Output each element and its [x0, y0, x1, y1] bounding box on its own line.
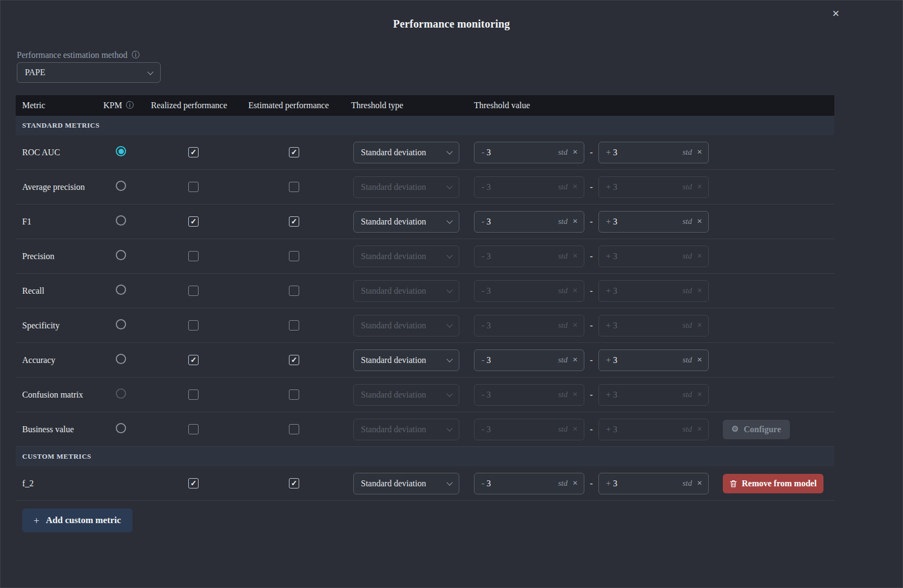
kpm-radio[interactable]: [116, 181, 126, 191]
threshold-upper-input[interactable]: + 3 std ✕: [598, 176, 709, 198]
threshold-type-select[interactable]: Standard deviation: [353, 246, 459, 267]
kpm-radio[interactable]: [116, 354, 126, 364]
estimated-checkbox[interactable]: [289, 320, 299, 331]
realized-checkbox[interactable]: ✓: [188, 355, 199, 365]
clear-icon[interactable]: ✕: [572, 391, 578, 399]
clear-icon[interactable]: ✕: [697, 321, 702, 329]
clear-icon[interactable]: ✕: [697, 479, 702, 487]
threshold-upper-input[interactable]: + 3 std ✕: [598, 246, 709, 267]
realized-checkbox[interactable]: [188, 286, 199, 296]
range-separator: -: [589, 390, 594, 400]
estimated-checkbox[interactable]: ✓: [289, 478, 299, 488]
estimated-checkbox[interactable]: ✓: [289, 216, 299, 227]
threshold-lower-input[interactable]: - 3 std ✕: [474, 280, 584, 302]
threshold-upper-input[interactable]: + 3 std ✕: [598, 473, 709, 494]
add-custom-metric-button[interactable]: + Add custom metric: [22, 508, 133, 532]
check-icon: ✓: [190, 480, 197, 487]
realized-checkbox[interactable]: [188, 389, 199, 400]
clear-icon[interactable]: ✕: [572, 148, 578, 156]
clear-icon[interactable]: ✕: [572, 183, 578, 191]
clear-icon[interactable]: ✕: [572, 287, 578, 295]
configure-button[interactable]: ⚙ Configure: [723, 420, 790, 439]
estimated-cell: ✓: [248, 147, 351, 157]
clear-icon[interactable]: ✕: [697, 425, 702, 433]
clear-icon[interactable]: ✕: [572, 356, 578, 364]
realized-checkbox[interactable]: [188, 320, 199, 331]
estimated-checkbox[interactable]: [289, 286, 299, 296]
threshold-type-select[interactable]: Standard deviation: [353, 419, 459, 440]
threshold-type-value: Standard deviation: [361, 217, 447, 227]
threshold-upper-input[interactable]: + 3 std ✕: [598, 349, 709, 371]
threshold-lower-input[interactable]: - 3 std ✕: [474, 473, 584, 494]
clear-icon[interactable]: ✕: [697, 356, 702, 364]
estimation-method-select[interactable]: PAPE: [17, 62, 161, 83]
threshold-lower-input[interactable]: - 3 std ✕: [474, 419, 584, 440]
clear-icon[interactable]: ✕: [572, 217, 578, 226]
threshold-upper-input[interactable]: + 3 std ✕: [598, 142, 709, 163]
estimated-checkbox[interactable]: [289, 182, 299, 192]
clear-icon[interactable]: ✕: [697, 148, 702, 156]
clear-icon[interactable]: ✕: [697, 391, 702, 399]
kpm-cell: [103, 181, 151, 193]
threshold-lower-input[interactable]: - 3 std ✕: [474, 349, 584, 371]
info-icon[interactable]: ⓘ: [131, 50, 139, 60]
threshold-type-select[interactable]: Standard deviation: [353, 280, 459, 302]
kpm-radio[interactable]: [116, 250, 126, 260]
threshold-lower-input[interactable]: - 3 std ✕: [474, 384, 584, 406]
threshold-type-select[interactable]: Standard deviation: [353, 473, 459, 494]
threshold-lower-input[interactable]: - 3 std ✕: [474, 315, 584, 336]
clear-icon[interactable]: ✕: [697, 287, 702, 295]
threshold-lower-input[interactable]: - 3 std ✕: [474, 246, 584, 267]
realized-checkbox[interactable]: ✓: [188, 216, 199, 227]
threshold-type-select[interactable]: Standard deviation: [353, 315, 459, 336]
threshold-lower-input[interactable]: - 3 std ✕: [474, 142, 584, 163]
realized-checkbox[interactable]: ✓: [188, 147, 199, 157]
kpm-radio[interactable]: [116, 423, 126, 433]
check-icon: ✓: [190, 149, 197, 156]
threshold-upper-input[interactable]: + 3 std ✕: [598, 315, 709, 336]
clear-icon[interactable]: ✕: [697, 183, 702, 191]
estimated-checkbox[interactable]: [289, 389, 299, 400]
clear-icon[interactable]: ✕: [697, 252, 702, 260]
clear-icon[interactable]: ✕: [572, 252, 578, 260]
kpm-radio[interactable]: [116, 285, 126, 295]
threshold-upper-input[interactable]: + 3 std ✕: [598, 419, 709, 440]
realized-checkbox[interactable]: [188, 182, 199, 192]
clear-icon[interactable]: ✕: [572, 425, 578, 433]
threshold-upper-input[interactable]: + 3 std ✕: [598, 384, 709, 406]
metric-label: F1: [22, 217, 31, 226]
estimated-checkbox[interactable]: ✓: [289, 147, 299, 157]
upper-threshold-value: 3: [613, 286, 617, 296]
threshold-lower-input[interactable]: - 3 std ✕: [474, 176, 584, 198]
kpm-radio[interactable]: [116, 319, 126, 329]
realized-checkbox[interactable]: [188, 424, 199, 434]
threshold-upper-input[interactable]: + 3 std ✕: [598, 280, 709, 302]
remove-from-model-button[interactable]: Remove from model: [723, 474, 823, 493]
clear-icon[interactable]: ✕: [697, 217, 702, 226]
realized-checkbox[interactable]: ✓: [188, 478, 199, 488]
threshold-value-cell: - 3 std ✕ - + 3 std ✕: [474, 176, 715, 198]
header-kpm: KPM ⓘ: [103, 101, 151, 110]
realized-checkbox[interactable]: [188, 251, 199, 261]
unit-label: std: [682, 286, 692, 295]
threshold-type-select[interactable]: Standard deviation: [353, 211, 459, 233]
threshold-type-select[interactable]: Standard deviation: [353, 176, 459, 198]
threshold-type-select[interactable]: Standard deviation: [353, 349, 459, 371]
kpm-cell: [103, 250, 151, 262]
clear-icon[interactable]: ✕: [572, 479, 578, 487]
estimated-checkbox[interactable]: ✓: [289, 355, 299, 365]
threshold-type-select[interactable]: Standard deviation: [353, 384, 459, 406]
clear-icon[interactable]: ✕: [572, 321, 578, 329]
section-standard-metrics: STANDARD METRICS: [16, 116, 834, 135]
kpm-radio[interactable]: [116, 215, 126, 226]
kpm-radio[interactable]: [116, 146, 126, 156]
upper-threshold-value: 3: [613, 148, 617, 157]
threshold-upper-input[interactable]: + 3 std ✕: [598, 211, 709, 233]
estimated-checkbox[interactable]: [289, 251, 299, 261]
close-button[interactable]: ✕: [832, 9, 840, 18]
kpm-radio[interactable]: [116, 388, 126, 399]
info-icon[interactable]: ⓘ: [126, 101, 134, 110]
threshold-lower-input[interactable]: - 3 std ✕: [474, 211, 584, 233]
threshold-type-select[interactable]: Standard deviation: [353, 142, 459, 163]
estimated-checkbox[interactable]: [289, 424, 299, 434]
